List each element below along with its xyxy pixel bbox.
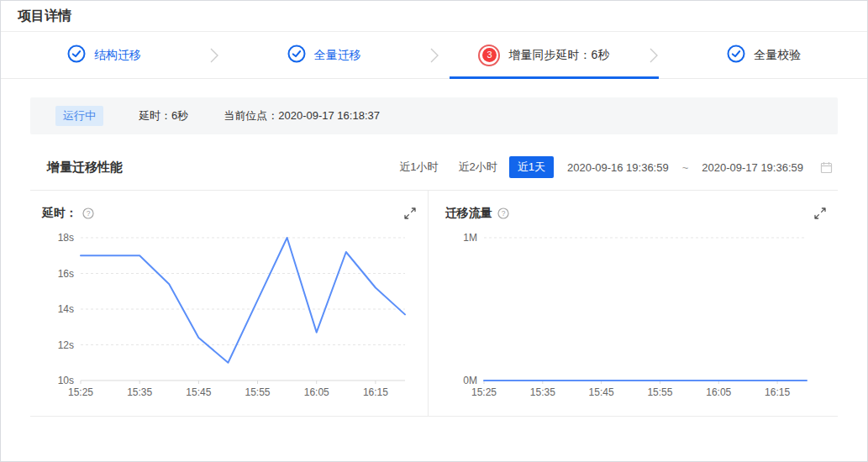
traffic-line-chart: 0M1M15:2515:3515:4515:5516:0516:15 xyxy=(445,228,815,406)
time-range-tabs: 近1小时 近2小时 近1天 xyxy=(391,156,554,178)
svg-text:?: ? xyxy=(87,209,91,218)
svg-text:0M: 0M xyxy=(463,375,477,386)
check-circle-icon xyxy=(67,45,86,66)
chevron-right-icon xyxy=(647,45,660,66)
svg-text:16s: 16s xyxy=(58,268,74,280)
expand-icon[interactable] xyxy=(404,207,416,219)
range-tab-2hours[interactable]: 近2小时 xyxy=(450,156,506,178)
delay-chart-card: 延时： ? 10s12s14s16s18s15:2515:3515:4515:5… xyxy=(30,191,429,416)
performance-section-title: 增量迁移性能 xyxy=(47,160,391,176)
step-label: 结构迁移 xyxy=(94,48,141,63)
page-title: 项目详情 xyxy=(18,8,850,25)
step-incremental-sync[interactable]: 3 增量同步延时：6秒 xyxy=(441,32,648,78)
delay-value: 延时：6秒 xyxy=(139,108,188,123)
date-range-picker[interactable]: 2020-09-16 19:36:59 ~ 2020-09-17 19:36:5… xyxy=(567,161,803,174)
traffic-chart-header: 迁移流量 ? xyxy=(445,204,826,223)
svg-text:14s: 14s xyxy=(58,303,74,315)
expand-icon[interactable] xyxy=(814,207,826,219)
svg-text:1M: 1M xyxy=(463,232,477,244)
calendar-icon[interactable] xyxy=(820,161,833,174)
svg-text:16:05: 16:05 xyxy=(304,386,329,398)
svg-text:15:25: 15:25 xyxy=(68,386,93,398)
step-label: 全量迁移 xyxy=(314,48,361,63)
help-icon[interactable]: ? xyxy=(497,207,509,219)
svg-text:15:55: 15:55 xyxy=(245,386,271,398)
svg-text:10s: 10s xyxy=(58,375,74,386)
status-bar: 运行中 延时：6秒 当前位点：2020-09-17 16:18:37 xyxy=(30,97,838,134)
page-header: 项目详情 xyxy=(1,1,867,32)
delay-chart-title: 延时： xyxy=(42,206,77,221)
range-tab-1day[interactable]: 近1天 xyxy=(509,156,554,178)
migration-stepper: 结构迁移 全量迁移 3 增量同步延时：6秒 xyxy=(1,32,867,79)
svg-text:12s: 12s xyxy=(58,339,74,351)
step-full-migration[interactable]: 全量迁移 xyxy=(221,32,428,78)
svg-text:15:25: 15:25 xyxy=(471,386,497,398)
step-label: 增量同步延时：6秒 xyxy=(508,48,609,63)
charts-row: 延时： ? 10s12s14s16s18s15:2515:3515:4515:5… xyxy=(30,191,838,417)
delay-line-chart: 10s12s14s16s18s15:2515:3515:4515:5516:05… xyxy=(42,228,413,406)
checkpoint-value: 当前位点：2020-09-17 16:18:37 xyxy=(224,108,380,123)
svg-text:15:35: 15:35 xyxy=(127,386,152,398)
svg-text:15:35: 15:35 xyxy=(530,386,555,398)
svg-text:15:55: 15:55 xyxy=(647,386,672,398)
delay-chart-header: 延时： ? xyxy=(42,204,416,223)
status-badge: 运行中 xyxy=(55,106,103,126)
svg-text:18s: 18s xyxy=(58,232,74,244)
help-icon[interactable]: ? xyxy=(82,207,94,219)
chevron-right-icon xyxy=(428,45,441,66)
traffic-chart-title: 迁移流量 xyxy=(445,206,492,221)
step-label: 全量校验 xyxy=(754,48,801,63)
step-number-badge: 3 xyxy=(478,45,500,66)
check-circle-icon xyxy=(727,45,745,66)
performance-section-header: 增量迁移性能 近1小时 近2小时 近1天 2020-09-16 19:36:59… xyxy=(30,156,838,191)
svg-text:16:05: 16:05 xyxy=(706,386,731,398)
step-structure-migration[interactable]: 结构迁移 xyxy=(1,32,208,78)
svg-text:15:45: 15:45 xyxy=(588,386,613,398)
svg-text:15:45: 15:45 xyxy=(186,386,211,398)
date-separator: ~ xyxy=(682,161,689,174)
step-full-verification[interactable]: 全量校验 xyxy=(660,32,867,78)
check-circle-icon xyxy=(287,45,306,66)
range-tab-1hour[interactable]: 近1小时 xyxy=(391,156,446,178)
svg-text:16:15: 16:15 xyxy=(363,386,388,398)
active-step-indicator xyxy=(450,76,660,79)
svg-text:?: ? xyxy=(501,209,505,218)
step-number: 3 xyxy=(482,48,497,62)
project-detail-page: 项目详情 结构迁移 全量迁移 3 增量同步延时：6秒 xyxy=(0,0,868,462)
traffic-chart-card: 迁移流量 ? 0M1M15:2515:3515:4515:5516:0516:1… xyxy=(429,191,838,416)
svg-text:16:15: 16:15 xyxy=(765,386,790,398)
chevron-right-icon xyxy=(208,45,221,66)
date-to[interactable]: 2020-09-17 19:36:59 xyxy=(702,161,803,174)
date-from[interactable]: 2020-09-16 19:36:59 xyxy=(567,161,669,174)
